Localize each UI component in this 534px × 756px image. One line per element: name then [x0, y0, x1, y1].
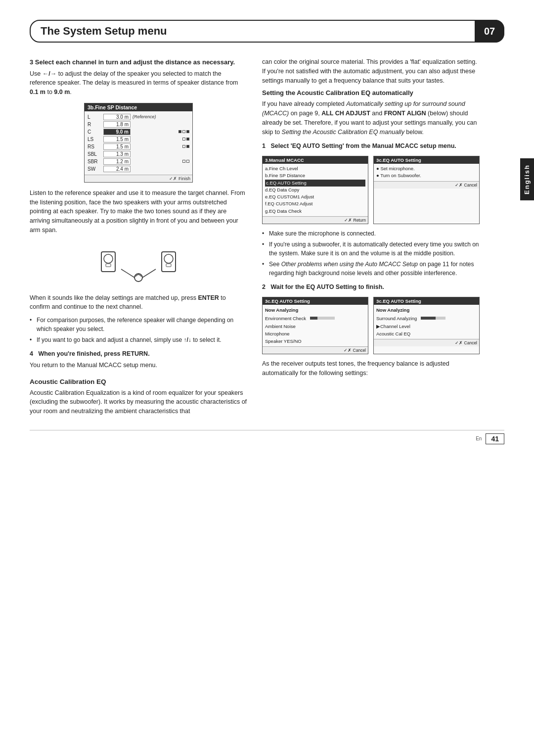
eq-auto-setting-body: ● Set microphone. ● Turn on Subwoofer.	[374, 164, 479, 181]
svg-rect-2	[106, 264, 111, 267]
bullet-other-problems: See Other problems when using the Auto M…	[262, 260, 480, 278]
mcacc-item-2: b.Fine SP Distance	[265, 172, 365, 179]
env-check-progress	[310, 317, 335, 320]
sp-table-title: 3b.Fine SP Distance	[85, 103, 192, 111]
main-content: 3 Select each channel in turn and adjust…	[30, 57, 504, 420]
step4-heading: 4 When you're finished, press RETURN.	[30, 349, 247, 359]
sp-row-l: L 3.0 m (Reference)	[88, 113, 189, 121]
eq-auto-box1-footer: ✓✗ Cancel	[263, 346, 368, 354]
svg-line-8	[142, 269, 156, 278]
setting-auto-title: Setting the Acoustic Calibration EQ auto…	[262, 89, 480, 96]
page-header: The System Setup menu 07	[30, 20, 504, 43]
microphone-row: Microphone	[265, 330, 365, 337]
step1-eq-heading: 1 Select 'EQ AUTO Setting' from the Manu…	[262, 142, 480, 151]
ambient-noise-row: Ambient Noise	[265, 323, 365, 330]
sp-row-rs: RS 1.5 m	[88, 143, 189, 150]
eq-auto-item-1: ● Set microphone.	[376, 165, 477, 172]
right-intro-para: can color the original source material. …	[262, 57, 480, 85]
indicator2	[182, 130, 185, 133]
mcacc-item-3-selected: c.EQ AUTO Setting	[265, 180, 365, 187]
setting-auto-para: If you have already completed Automatica…	[262, 99, 480, 137]
mcacc-item-4: d.EQ Data Copy	[265, 187, 365, 193]
acoustic-eq-para: Acoustic Calibration Equalization is a k…	[30, 388, 247, 416]
svg-rect-0	[101, 252, 115, 272]
bottom-bar: En 41	[30, 430, 504, 444]
page-title: The System Setup menu	[41, 25, 493, 38]
surround-progress	[421, 317, 445, 320]
manual-mcacc-body: a.Fine Ch Level b.Fine SP Distance c.EQ …	[263, 164, 368, 216]
left-column: 3 Select each channel in turn and adjust…	[30, 57, 247, 420]
eq-auto-box2-footer: ✓✗ Cancel	[374, 339, 479, 346]
manual-mcacc-box: 3.Manual MCACC a.Fine Ch Level b.Fine SP…	[262, 156, 368, 224]
eq-auto-setting-box: 3c.EQ AUTO Setting ● Set microphone. ● T…	[373, 156, 480, 224]
speaker-diagram	[30, 242, 247, 286]
manual-mcacc-title: 3.Manual MCACC	[263, 156, 368, 164]
svg-rect-3	[162, 252, 176, 272]
bottom-page-number: 41	[486, 433, 504, 444]
step2-eq-para-after: As the receiver outputs test tones, the …	[262, 359, 480, 378]
now-analyzing-2: Now Analyzing	[376, 306, 477, 314]
speaker-yes-no-row: Speaker YES/NO	[265, 337, 365, 345]
page-number-box: 07	[475, 20, 504, 43]
eq-auto-box2-body: Now Analyzing Surround Analyzing ▶Channe…	[374, 305, 479, 339]
bullet-subwoofer: If you're using a subwoofer, it is autom…	[262, 240, 480, 258]
mcacc-item-1: a.Fine Ch Level	[265, 165, 365, 172]
sp-row-r: R 1.8 m	[88, 121, 189, 128]
svg-rect-4	[164, 254, 173, 263]
mcacc-boxes-row: 3.Manual MCACC a.Fine Ch Level b.Fine SP…	[262, 156, 480, 224]
manual-mcacc-footer: ✓✗ Return	[263, 216, 368, 224]
eq-auto-box1-body: Now Analyzing Environment Check Ambient …	[263, 305, 368, 347]
lang-label: En	[476, 436, 482, 441]
step3-para2: Listen to the reference speaker and use …	[30, 189, 247, 235]
eq-auto-analyze-row: 3c.EQ AUTO Setting Now Analyzing Environ…	[262, 297, 480, 355]
step4-para: You return to the Manual MCACC setup men…	[30, 361, 247, 370]
eq-auto-box2-title: 3c.EQ AUTO Setting	[374, 297, 479, 305]
right-column: can color the original source material. …	[262, 57, 480, 420]
eq-auto-item-2: ● Turn on Subwoofer.	[376, 172, 477, 179]
indicator1	[178, 130, 181, 133]
now-analyzing-1: Now Analyzing	[265, 306, 365, 314]
eq-auto-box1-title: 3c.EQ AUTO Setting	[263, 297, 368, 305]
step3-para1: Use ←/→ to adjust the delay of the speak…	[30, 69, 247, 97]
eq-auto-setting-footer: ✓✗ Cancel	[374, 181, 479, 189]
svg-rect-5	[166, 264, 171, 267]
step4-heading-para: When it sounds like the delay settings a…	[30, 293, 247, 312]
sp-row-sbl: SBL 1.3 m	[88, 150, 189, 158]
eq-auto-setting-title: 3c.EQ AUTO Setting	[374, 156, 479, 164]
sp-row-ls: LS 1.5 m	[88, 136, 189, 143]
bullet-mic-connected: Make sure the microphone is connected.	[262, 229, 480, 238]
sp-table-inner: L 3.0 m (Reference) R 1.8 m C 9.0 m	[85, 111, 192, 175]
sp-row-sbr: SBR 1.2 m	[88, 158, 189, 165]
speaker-svg	[99, 242, 178, 286]
sp-row-sw: SW 2.4 m	[88, 165, 189, 173]
bullet-goback: If you want to go back and adjust a chan…	[30, 335, 247, 344]
acoustic-eq-title: Acoustic Calibration EQ	[30, 378, 247, 385]
sp-row-c: C 9.0 m	[88, 128, 189, 136]
language-tab: English	[520, 158, 534, 200]
step2-eq-heading: 2 Wait for the EQ AUTO Setting to finish…	[262, 283, 480, 292]
sp-table-footer: ✓✗ Finish	[85, 175, 192, 182]
env-check-row: Environment Check	[265, 315, 365, 322]
mcacc-item-7: g.EQ Data Check	[265, 208, 365, 215]
mcacc-item-5: e.EQ CUSTOM1 Adjust	[265, 193, 365, 200]
step3-bullets: For comparison purposes, the reference s…	[30, 316, 247, 344]
eq-auto-box1: 3c.EQ AUTO Setting Now Analyzing Environ…	[262, 297, 368, 355]
svg-line-7	[121, 269, 134, 278]
step1-eq-bullets: Make sure the microphone is connected. I…	[262, 229, 480, 278]
acoustic-cal-eq-row: Acoustic Cal EQ	[376, 330, 477, 337]
mcacc-item-6: f.EQ CUSTOM2 Adjust	[265, 200, 365, 207]
step3-heading: 3 Select each channel in turn and adjust…	[30, 57, 247, 67]
eq-auto-box2: 3c.EQ AUTO Setting Now Analyzing Surroun…	[373, 297, 480, 355]
bullet-comparison: For comparison purposes, the reference s…	[30, 316, 247, 333]
svg-rect-1	[104, 254, 113, 263]
indicator3	[186, 130, 189, 133]
surround-analyzing-row: Surround Analyzing	[376, 315, 477, 322]
sp-distance-table: 3b.Fine SP Distance L 3.0 m (Reference) …	[84, 103, 193, 183]
channel-level-row: ▶Channel Level	[376, 323, 477, 330]
